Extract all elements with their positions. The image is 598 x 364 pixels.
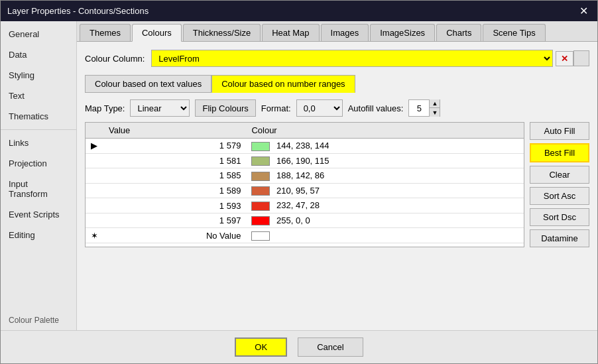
tab-content-colours: Colour Column: LevelFrom ✕ Colour based … [77, 42, 597, 330]
close-button[interactable]: ✕ [577, 5, 591, 17]
small-top-right-button[interactable] [573, 50, 589, 66]
row-colour[interactable]: 188, 142, 86 [246, 168, 524, 184]
colour-swatch [251, 186, 270, 196]
spinner-up-button[interactable]: ▲ [429, 99, 440, 108]
tab-colours[interactable]: Colours [132, 24, 182, 42]
row-value[interactable]: 1 585 [103, 168, 246, 184]
sort-dsc-button[interactable]: Sort Dsc [530, 208, 589, 226]
colour-column-label: Colour Column: [85, 54, 145, 64]
colour-swatch [251, 216, 270, 225]
row-colour[interactable]: 255, 0, 0 [246, 213, 524, 228]
flip-colours-button[interactable]: Flip Colours [195, 99, 255, 117]
row-colour[interactable]: 166, 190, 115 [246, 153, 524, 168]
colour-swatch [251, 202, 270, 211]
datamine-button[interactable]: Datamine [530, 229, 589, 247]
colour-column-row: Colour Column: LevelFrom ✕ [85, 50, 589, 67]
title-bar: Layer Properties - Contours/Sections ✕ [1, 1, 597, 21]
row-colour[interactable]: 210, 95, 57 [246, 183, 524, 198]
cancel-button[interactable]: Cancel [298, 337, 363, 357]
row-indicator [86, 198, 103, 213]
format-label: Format: [261, 103, 291, 113]
clear-colour-column-button[interactable]: ✕ [556, 51, 573, 66]
col-value-header: Value [103, 123, 246, 139]
row-value[interactable]: 1 597 [103, 213, 246, 228]
tab-text-values[interactable]: Colour based on text values [85, 75, 211, 93]
tab-themes[interactable]: Themes [80, 24, 131, 41]
map-type-label: Map Type: [85, 103, 125, 113]
map-type-select[interactable]: Linear Stepped Exact [130, 99, 190, 117]
row-indicator [86, 168, 103, 184]
col-indicator [86, 123, 103, 139]
row-value[interactable]: 1 589 [103, 183, 246, 198]
auto-fill-button[interactable]: Auto Fill [530, 122, 589, 140]
table-row[interactable]: 1 585 188, 142, 86 [86, 168, 524, 184]
sidebar-item-projection[interactable]: Projection [1, 153, 76, 174]
map-type-row: Map Type: Linear Stepped Exact Flip Colo… [85, 99, 589, 117]
colour-column-select[interactable]: LevelFrom [151, 50, 553, 67]
sidebar-item-thematics[interactable]: Thematics [1, 106, 76, 127]
no-value-colour[interactable] [246, 228, 524, 243]
clear-button[interactable]: Clear [530, 166, 589, 184]
colour-data-table: Value Colour ▶ 1 579 1 [85, 122, 524, 247]
tab-heat-map[interactable]: Heat Map [262, 24, 319, 41]
tab-scene-tips[interactable]: Scene Tips [483, 24, 545, 41]
no-value-row[interactable]: ✶ No Value [86, 228, 524, 243]
tab-images[interactable]: Images [321, 24, 369, 41]
sidebar-item-general[interactable]: General [1, 24, 76, 44]
row-indicator [86, 183, 103, 198]
table-row[interactable]: 1 589 210, 95, 57 [86, 183, 524, 198]
row-arrow: ▶ [86, 139, 103, 154]
ok-button[interactable]: OK [235, 337, 287, 357]
tab-image-sizes[interactable]: ImageSizes [370, 24, 435, 41]
sidebar-item-event-scripts[interactable]: Event Scripts [1, 204, 76, 225]
row-indicator [86, 153, 103, 168]
spinner-down-button[interactable]: ▼ [429, 108, 440, 117]
sidebar-item-links[interactable]: Links [1, 133, 76, 153]
main-content: General Data Styling Text Thematics Link… [1, 21, 597, 330]
tab-thickness-size[interactable]: Thickness/Size [183, 24, 261, 41]
autofill-label: Autofill values: [348, 103, 404, 113]
sidebar: General Data Styling Text Thematics Link… [1, 21, 77, 330]
row-value[interactable]: 1 593 [103, 198, 246, 213]
spinner-buttons: ▲ ▼ [429, 99, 440, 117]
data-table-wrapper: Value Colour ▶ 1 579 1 [85, 122, 589, 247]
autofill-input[interactable] [409, 102, 429, 115]
colour-swatch [251, 156, 270, 166]
sidebar-item-text[interactable]: Text [1, 86, 76, 106]
autofill-spinner: ▲ ▼ [408, 99, 440, 117]
sidebar-item-styling[interactable]: Styling [1, 65, 76, 86]
sort-asc-button[interactable]: Sort Asc [530, 187, 589, 205]
row-colour[interactable]: 144, 238, 144 [246, 139, 524, 154]
main-window: Layer Properties - Contours/Sections ✕ G… [0, 0, 598, 364]
colour-palette-label: Colour Palette [1, 310, 76, 330]
row-value[interactable]: 1 581 [103, 153, 246, 168]
tab-bar: Themes Colours Thickness/Size Heat Map I… [77, 21, 597, 42]
row-star: ✶ [86, 228, 103, 243]
no-value-label[interactable]: No Value [103, 228, 246, 243]
colour-swatch [251, 142, 270, 151]
col-colour-header: Colour [246, 123, 524, 139]
action-buttons: Auto Fill Best Fill Clear Sort Asc Sort … [530, 122, 589, 247]
best-fill-button[interactable]: Best Fill [530, 143, 589, 162]
sidebar-item-data[interactable]: Data [1, 44, 76, 65]
table-row[interactable]: 1 597 255, 0, 0 [86, 213, 524, 228]
content-area: Themes Colours Thickness/Size Heat Map I… [77, 21, 597, 330]
colour-sub-tabs: Colour based on text values Colour based… [85, 75, 589, 93]
sidebar-item-input-transform[interactable]: Input Transform [1, 174, 76, 204]
colour-swatch [251, 172, 270, 181]
table-row[interactable]: ▶ 1 579 144, 238, 144 [86, 139, 524, 154]
row-indicator [86, 213, 103, 228]
no-value-swatch [251, 231, 270, 241]
sidebar-item-editing[interactable]: Editing [1, 225, 76, 245]
format-select[interactable]: 0,0 0.0 0 [296, 99, 343, 117]
tab-number-ranges[interactable]: Colour based on number ranges [211, 75, 355, 93]
table-row[interactable]: 1 581 166, 190, 115 [86, 153, 524, 168]
row-colour[interactable]: 232, 47, 28 [246, 198, 524, 213]
bottom-bar: OK Cancel [1, 330, 597, 363]
tab-charts[interactable]: Charts [436, 24, 481, 41]
sidebar-divider [1, 129, 76, 130]
window-title: Layer Properties - Contours/Sections [7, 6, 149, 16]
table-row[interactable]: 1 593 232, 47, 28 [86, 198, 524, 213]
row-value[interactable]: 1 579 [103, 139, 246, 154]
colour-select-wrapper: LevelFrom ✕ [151, 50, 573, 67]
